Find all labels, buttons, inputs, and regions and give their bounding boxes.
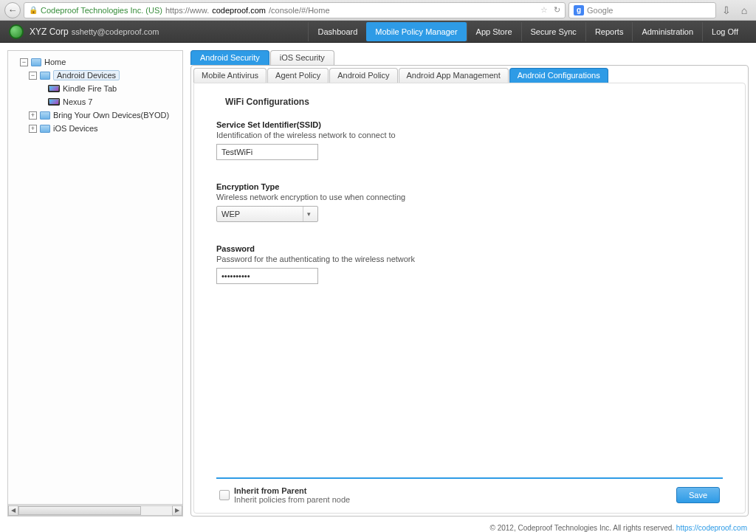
encryption-label: Encryption Type	[216, 182, 723, 191]
encryption-description: Wireless network encryption to use when …	[216, 193, 723, 201]
expand-icon[interactable]: +	[29, 111, 37, 120]
folder-icon	[31, 58, 41, 66]
save-button[interactable]: Save	[676, 487, 720, 503]
security-tabs: Android Security iOS Security	[190, 50, 749, 65]
folder-icon	[40, 125, 50, 133]
ssid-description: Identification of the wireless network t…	[216, 131, 723, 139]
browser-search-bar[interactable]: g Google	[568, 2, 716, 18]
panel-footer: Inherit from Parent Inherit policies fro…	[216, 485, 723, 507]
tree-kindle[interactable]: Kindle Fire Tab	[11, 82, 179, 95]
device-icon	[48, 98, 60, 106]
tree-label: iOS Devices	[53, 124, 98, 133]
org-name: XYZ Corp	[30, 27, 69, 37]
scroll-left-icon[interactable]: ◀	[8, 505, 18, 516]
encryption-value: WEP	[221, 210, 240, 218]
nav-reports[interactable]: Reports	[585, 22, 633, 41]
section-title: WiFi Configurations	[225, 97, 723, 107]
encryption-select[interactable]: WEP ▾	[216, 206, 318, 222]
ssid-input[interactable]	[216, 144, 318, 160]
nav-app-store[interactable]: App Store	[467, 22, 521, 41]
browser-chrome: ← 🔒 Codeproof Technologies Inc. (US) htt…	[0, 0, 756, 21]
tab-android-security[interactable]: Android Security	[190, 50, 269, 65]
expand-icon[interactable]: +	[29, 125, 37, 133]
nav-logoff[interactable]: Log Off	[702, 22, 747, 41]
site-identity: Codeproof Technologies Inc. (US)	[41, 6, 162, 15]
chevron-down-icon: ▾	[303, 207, 315, 221]
device-tree: − Home − Android Devices Kindle Fire Tab…	[8, 51, 182, 504]
tree-label: Android Devices	[53, 70, 120, 80]
footer-link[interactable]: https://codeproof.com	[676, 524, 747, 532]
tree-nexus7[interactable]: Nexus 7	[11, 95, 179, 108]
page-footer: © 2012, Codeproof Technologies Inc. All …	[0, 524, 756, 532]
tab-android-policy[interactable]: Android Policy	[329, 68, 397, 83]
collapse-icon[interactable]: −	[29, 72, 37, 80]
ssid-label: Service Set Identifier(SSID)	[216, 120, 723, 129]
folder-icon	[40, 111, 50, 120]
url-prefix: https://www.	[165, 6, 209, 15]
sidebar-hscrollbar[interactable]: ◀ ▶	[8, 504, 182, 516]
panel-body: WiFi Configurations Service Set Identifi…	[193, 83, 746, 514]
field-password: Password Password for the authenticating…	[216, 244, 723, 284]
tab-agent-policy[interactable]: Agent Policy	[267, 68, 329, 83]
field-ssid: Service Set Identifier(SSID) Identificat…	[216, 120, 723, 160]
inherit-checkbox[interactable]	[219, 490, 230, 500]
main-area: − Home − Android Devices Kindle Fire Tab…	[0, 43, 756, 524]
password-label: Password	[216, 244, 723, 253]
password-input[interactable]	[216, 268, 318, 284]
reload-icon[interactable]: ↻	[554, 5, 560, 15]
sidebar: − Home − Android Devices Kindle Fire Tab…	[7, 50, 183, 517]
collapse-icon[interactable]: −	[20, 58, 28, 66]
tree-home[interactable]: − Home	[11, 55, 179, 69]
inherit-description: Inherit policies from parent node	[234, 495, 350, 504]
tab-android-configurations[interactable]: Android Configurations	[509, 68, 608, 83]
home-icon[interactable]: ⌂	[737, 3, 752, 18]
tree-label: Bring Your Own Devices(BYOD)	[53, 111, 169, 120]
policy-sub-tabs: Mobile Antivirus Agent Policy Android Po…	[193, 68, 746, 83]
tab-mobile-antivirus[interactable]: Mobile Antivirus	[193, 68, 267, 83]
inherit-label: Inherit from Parent	[234, 486, 350, 495]
url-path: /console/#/Home	[269, 6, 330, 15]
field-encryption: Encryption Type Wireless network encrypt…	[216, 182, 723, 222]
tree-label: Nexus 7	[63, 97, 92, 106]
nav-secure-sync[interactable]: Secure Sync	[521, 22, 585, 41]
url-bar[interactable]: 🔒 Codeproof Technologies Inc. (US) https…	[24, 2, 566, 18]
nav-mobile-policy-manager[interactable]: Mobile Policy Manager	[366, 22, 466, 41]
search-placeholder: Google	[587, 6, 613, 15]
nav-administration[interactable]: Administration	[632, 22, 702, 41]
browser-back-button[interactable]: ←	[4, 2, 21, 18]
footer-copyright: © 2012, Codeproof Technologies Inc. All …	[489, 524, 676, 532]
download-icon[interactable]: ⇩	[719, 3, 734, 18]
tree-byod[interactable]: + Bring Your Own Devices(BYOD)	[11, 108, 179, 122]
tab-ios-security[interactable]: iOS Security	[270, 50, 334, 65]
folder-icon	[40, 72, 50, 80]
content-area: Android Security iOS Security Mobile Ant…	[190, 50, 749, 517]
inherit-block: Inherit from Parent Inherit policies fro…	[234, 486, 350, 504]
tree-label: Kindle Fire Tab	[63, 84, 117, 93]
footer-divider	[216, 477, 723, 479]
brand-logo	[9, 24, 24, 39]
lock-icon: 🔒	[29, 6, 38, 14]
top-nav: XYZ Corp sshetty@codeproof.com Dashboard…	[0, 21, 756, 43]
device-icon	[48, 85, 60, 92]
password-description: Password for the authenticating to the w…	[216, 255, 723, 263]
tree-label: Home	[44, 58, 66, 66]
nav-dashboard[interactable]: Dashboard	[308, 22, 366, 41]
bookmark-star-icon[interactable]: ☆	[540, 5, 548, 15]
scroll-right-icon[interactable]: ▶	[172, 505, 182, 516]
user-email: sshetty@codeproof.com	[72, 27, 159, 36]
tab-android-app-management[interactable]: Android App Management	[399, 68, 509, 83]
url-host: codeproof.com	[212, 6, 266, 15]
policy-panel: Mobile Antivirus Agent Policy Android Po…	[190, 65, 749, 517]
tree-android-devices[interactable]: − Android Devices	[11, 69, 179, 82]
tree-ios-devices[interactable]: + iOS Devices	[11, 122, 179, 135]
google-icon: g	[574, 5, 584, 15]
